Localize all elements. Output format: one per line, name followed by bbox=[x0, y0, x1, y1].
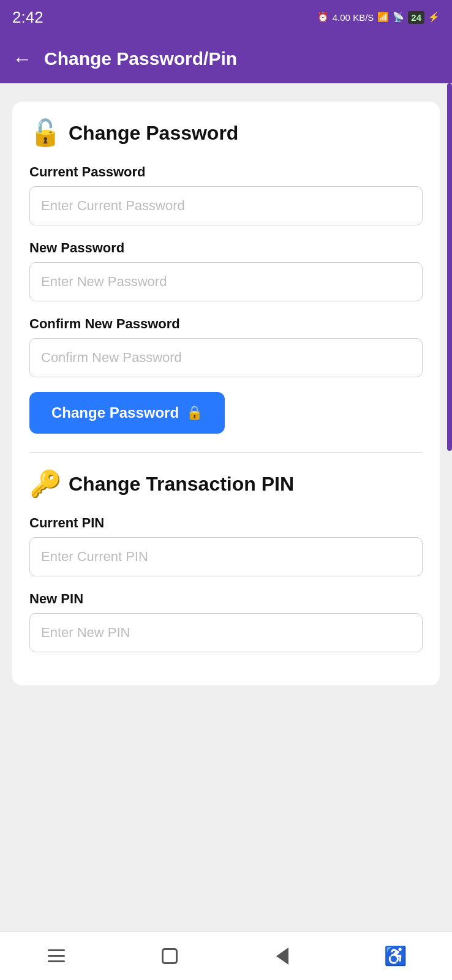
key-icon: 🔑 bbox=[29, 471, 61, 497]
accessibility-button[interactable]: ♿ bbox=[377, 938, 414, 974]
app-bar: ← Change Password/Pin bbox=[0, 34, 452, 83]
new-pin-group: New PIN bbox=[29, 591, 423, 652]
bottom-nav: ♿ bbox=[0, 931, 452, 980]
new-password-group: New Password bbox=[29, 240, 423, 301]
hamburger-icon bbox=[48, 949, 65, 962]
speed-indicator: 4.00 KB/S bbox=[333, 12, 374, 23]
triangle-back-icon bbox=[276, 948, 288, 965]
status-bar: 2:42 ⏰ 4.00 KB/S 📶 📡 24 ⚡ bbox=[0, 0, 452, 34]
change-password-section-title: 🔓 Change Password bbox=[29, 120, 423, 146]
app-bar-title: Change Password/Pin bbox=[44, 48, 237, 69]
unlock-icon: 🔓 bbox=[29, 120, 61, 146]
section-divider bbox=[29, 452, 423, 453]
new-password-input[interactable] bbox=[29, 262, 423, 301]
change-password-button-label: Change Password bbox=[51, 404, 179, 421]
new-pin-label: New PIN bbox=[29, 591, 423, 607]
accessibility-icon: ♿ bbox=[384, 945, 407, 967]
home-menu-button[interactable] bbox=[38, 938, 75, 974]
current-password-label: Current Password bbox=[29, 164, 423, 180]
alarm-icon: ⏰ bbox=[317, 12, 329, 23]
square-icon bbox=[162, 948, 178, 964]
change-password-card: 🔓 Change Password Current Password New P… bbox=[12, 102, 440, 685]
new-password-label: New Password bbox=[29, 240, 423, 256]
new-pin-input[interactable] bbox=[29, 613, 423, 652]
current-password-input[interactable] bbox=[29, 186, 423, 225]
current-password-group: Current Password bbox=[29, 164, 423, 225]
confirm-password-input[interactable] bbox=[29, 338, 423, 377]
charging-icon: ⚡ bbox=[428, 12, 440, 23]
confirm-password-group: Confirm New Password bbox=[29, 316, 423, 377]
change-pin-heading: Change Transaction PIN bbox=[69, 473, 294, 496]
scroll-accent bbox=[447, 83, 452, 451]
battery-indicator: 24 bbox=[408, 11, 424, 24]
back-button[interactable]: ← bbox=[12, 49, 32, 69]
change-pin-section-title: 🔑 Change Transaction PIN bbox=[29, 471, 423, 497]
current-pin-input[interactable] bbox=[29, 537, 423, 576]
wifi-icon: 📶 bbox=[377, 12, 389, 23]
lock-icon: 🔒 bbox=[186, 405, 203, 421]
status-icons: ⏰ 4.00 KB/S 📶 📡 24 ⚡ bbox=[317, 11, 440, 24]
change-password-heading: Change Password bbox=[69, 122, 238, 145]
back-nav-button[interactable] bbox=[264, 938, 301, 974]
status-time: 2:42 bbox=[12, 8, 43, 27]
scroll-area: 🔓 Change Password Current Password New P… bbox=[0, 83, 452, 931]
confirm-password-label: Confirm New Password bbox=[29, 316, 423, 332]
current-pin-label: Current PIN bbox=[29, 515, 423, 531]
signal-icons: 📡 bbox=[393, 12, 404, 23]
recents-button[interactable] bbox=[151, 938, 188, 974]
change-password-button[interactable]: Change Password 🔒 bbox=[29, 392, 225, 434]
current-pin-group: Current PIN bbox=[29, 515, 423, 576]
